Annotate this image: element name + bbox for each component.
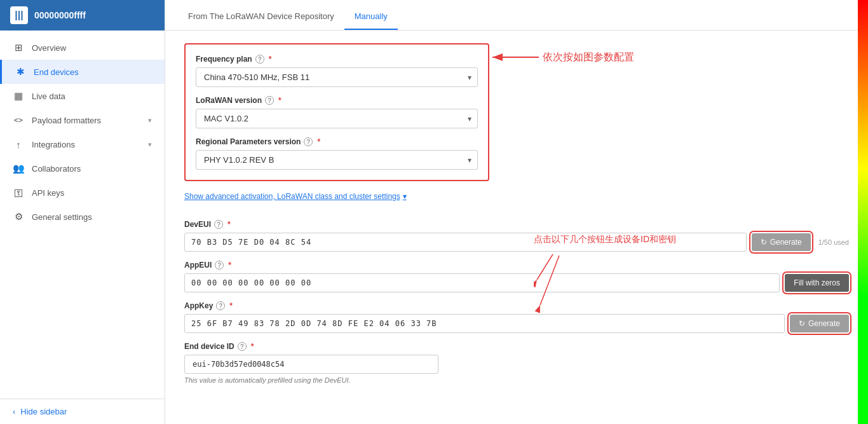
appkey-label: AppKey ? * <box>184 301 849 310</box>
lorawan-version-help-icon[interactable]: ? <box>265 96 274 105</box>
sidebar-label-api-keys: API keys <box>32 188 64 198</box>
status-bar <box>858 0 868 424</box>
regional-params-select[interactable]: PHY V1.0.2 REV B <box>196 150 478 170</box>
sidebar-label-general-settings: General settings <box>32 212 92 222</box>
tab-bar: From The LoRaWAN Device Repository Manua… <box>165 0 868 31</box>
end-device-id-help-icon[interactable]: ? <box>238 342 247 351</box>
refresh-icon: ↻ <box>761 238 767 247</box>
end-device-id-label: End device ID ? * <box>184 342 849 351</box>
advanced-chevron-icon: ▾ <box>403 192 407 201</box>
integrations-icon: ↑ <box>13 139 24 150</box>
sidebar-nav: ⊞ Overview ✱ End devices ▦ Live data <> … <box>0 31 165 399</box>
chevron-left-icon: ‹ <box>13 407 15 416</box>
form-content: Frequency plan ? * China 470-510 MHz, FS… <box>165 31 868 424</box>
regional-params-help-icon[interactable]: ? <box>304 137 313 146</box>
appeui-label: AppEUI ? * <box>184 261 849 270</box>
sidebar-label-overview: Overview <box>32 43 66 53</box>
api-keys-icon: ⚿ <box>13 187 24 198</box>
appkey-required: * <box>229 301 233 310</box>
sidebar: ||| 00000000ffff ⊞ Overview ✱ End device… <box>0 0 165 424</box>
end-device-id-section: End device ID ? * This value is automati… <box>184 342 849 384</box>
hide-sidebar-button[interactable]: ‹ Hide sidebar <box>0 399 165 424</box>
sidebar-item-live-data[interactable]: ▦ Live data <box>0 84 165 108</box>
sidebar-item-collaborators[interactable]: 👥 Collaborators <box>0 156 165 181</box>
sidebar-label-collaborators: Collaborators <box>32 164 81 174</box>
appkey-section: AppKey ? * 25 6F B7 49 83 78 2D 0D 74 8D… <box>184 301 849 333</box>
appeui-section: AppEUI ? * 00 00 00 00 00 00 00 00 Fill … <box>184 261 849 292</box>
deveui-required: * <box>227 220 231 229</box>
appeui-help-icon[interactable]: ? <box>215 261 224 270</box>
config-annotation: 依次按如图参数配置 <box>489 50 634 65</box>
deveui-section: DevEUI ? * 70 B3 D5 7E D0 04 8C 54 ↻ Gen… <box>184 220 849 252</box>
appeui-row: 00 00 00 00 00 00 00 00 Fill with zeros <box>184 273 849 292</box>
regional-params-select-wrapper: PHY V1.0.2 REV B ▾ <box>196 150 478 170</box>
appkey-input[interactable]: 25 6F B7 49 83 78 2D 0D 74 8D FE E2 04 0… <box>184 314 785 333</box>
end-device-id-hint: This value is automatically prefilled us… <box>184 376 849 384</box>
live-data-icon: ▦ <box>13 90 24 102</box>
deveui-help-icon[interactable]: ? <box>214 220 223 229</box>
chevron-down-icon-2: ▾ <box>148 140 152 149</box>
collaborators-icon: 👥 <box>13 163 24 174</box>
config-annotation-text: 依次按如图参数配置 <box>543 51 634 64</box>
lorawan-version-label: LoRaWAN version ? * <box>196 96 478 105</box>
sidebar-header: ||| 00000000ffff <box>0 0 165 31</box>
tab-repository[interactable]: From The LoRaWAN Device Repository <box>178 4 344 30</box>
sidebar-label-live-data: Live data <box>32 92 65 101</box>
end-devices-icon: ✱ <box>15 66 26 78</box>
frequency-plan-group: Frequency plan ? * China 470-510 MHz, FS… <box>196 55 478 87</box>
lorawan-version-select-wrapper: MAC V1.0.2 ▾ <box>196 109 478 128</box>
advanced-settings-link[interactable]: Show advanced activation, LoRaWAN class … <box>184 192 407 201</box>
sidebar-label-payload-formatters: Payload formatters <box>32 116 101 125</box>
lorawan-version-group: LoRaWAN version ? * MAC V1.0.2 ▾ <box>196 96 478 128</box>
deveui-row: 70 B3 D5 7E D0 04 8C 54 ↻ Generate 1/50 … <box>184 233 849 252</box>
end-device-id-input[interactable] <box>184 355 438 374</box>
appkey-generate-button[interactable]: ↻ Generate <box>790 315 849 332</box>
frequency-plan-required: * <box>269 55 272 64</box>
chevron-down-icon: ▾ <box>148 116 152 125</box>
app-logo: ||| <box>10 6 28 24</box>
appeui-input[interactable]: 00 00 00 00 00 00 00 00 <box>184 273 780 292</box>
sidebar-label-integrations: Integrations <box>32 140 75 149</box>
end-device-id-required: * <box>251 342 254 351</box>
sidebar-item-api-keys[interactable]: ⚿ API keys <box>0 181 165 205</box>
appkey-help-icon[interactable]: ? <box>216 301 225 310</box>
appeui-required: * <box>228 261 231 270</box>
general-settings-icon: ⚙ <box>13 211 24 222</box>
deveui-generate-button[interactable]: ↻ Generate <box>752 233 811 251</box>
sidebar-item-end-devices[interactable]: ✱ End devices <box>0 60 165 84</box>
hide-sidebar-label: Hide sidebar <box>20 407 67 416</box>
sidebar-item-overview[interactable]: ⊞ Overview <box>0 36 165 60</box>
regional-params-required: * <box>317 137 320 146</box>
deveui-count: 1/50 used <box>818 238 849 246</box>
regional-params-label: Regional Parameters version ? * <box>196 137 478 146</box>
frequency-plan-select-wrapper: China 470-510 MHz, FSB 11 ▾ <box>196 67 478 87</box>
lorawan-version-select[interactable]: MAC V1.0.2 <box>196 109 478 128</box>
frequency-plan-help-icon[interactable]: ? <box>255 55 264 64</box>
config-box: Frequency plan ? * China 470-510 MHz, FS… <box>184 43 489 181</box>
sidebar-item-integrations[interactable]: ↑ Integrations ▾ <box>0 132 165 156</box>
fill-with-zeros-button[interactable]: Fill with zeros <box>785 274 849 292</box>
tab-manually[interactable]: Manually <box>344 4 398 30</box>
refresh-icon-2: ↻ <box>799 319 805 328</box>
sidebar-label-end-devices: End devices <box>34 67 79 77</box>
app-title: 00000000ffff <box>34 10 86 20</box>
main-content: From The LoRaWAN Device Repository Manua… <box>165 0 868 424</box>
sidebar-item-general-settings[interactable]: ⚙ General settings <box>0 205 165 229</box>
overview-icon: ⊞ <box>13 42 24 53</box>
lorawan-version-required: * <box>278 96 281 105</box>
regional-params-group: Regional Parameters version ? * PHY V1.0… <box>196 137 478 170</box>
sidebar-item-payload-formatters[interactable]: <> Payload formatters ▾ <box>0 108 165 132</box>
deveui-label: DevEUI ? * <box>184 220 849 229</box>
frequency-plan-label: Frequency plan ? * <box>196 55 478 64</box>
payload-formatters-icon: <> <box>13 114 24 126</box>
deveui-input[interactable]: 70 B3 D5 7E D0 04 8C 54 <box>184 233 747 252</box>
appkey-row: 25 6F B7 49 83 78 2D 0D 74 8D FE E2 04 0… <box>184 314 849 333</box>
frequency-plan-select[interactable]: China 470-510 MHz, FSB 11 <box>196 67 478 87</box>
advanced-link-wrapper: Show advanced activation, LoRaWAN class … <box>184 191 849 211</box>
